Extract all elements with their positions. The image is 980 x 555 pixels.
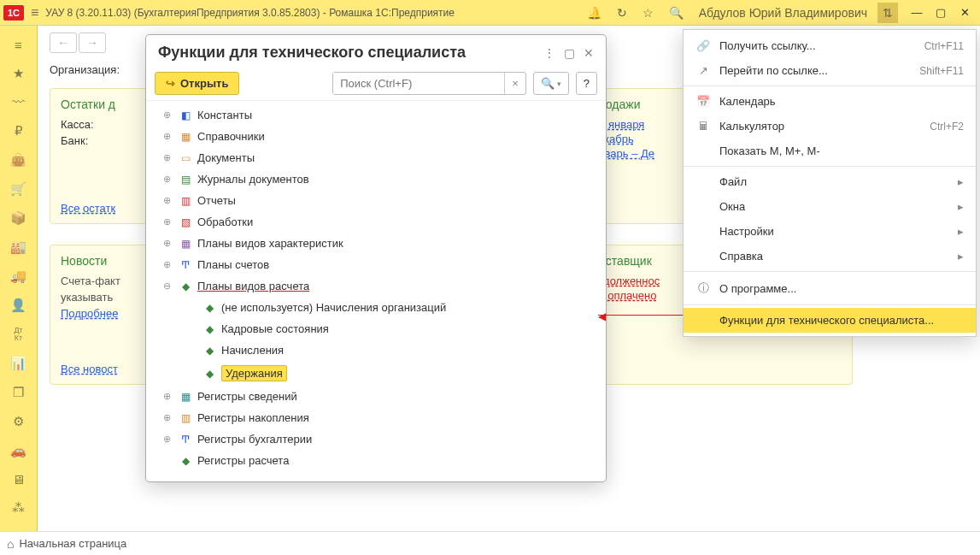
- home-icon[interactable]: ⌂: [7, 537, 14, 551]
- expand-icon[interactable]: ⊕: [163, 195, 173, 206]
- dialog-more-icon[interactable]: ⋮: [543, 46, 555, 60]
- tree-item[interactable]: ◆Регистры расчета: [161, 450, 590, 471]
- menu-item-label: Справка: [719, 250, 949, 263]
- menu-item[interactable]: ⓘО программе...: [684, 275, 976, 302]
- tree-item[interactable]: ◆Удержания: [161, 361, 590, 386]
- menu-item[interactable]: Справка▸: [684, 244, 976, 269]
- menu-item[interactable]: 🖩КалькуляторCtrl+F2: [684, 114, 976, 139]
- submenu-arrow-icon: ▸: [958, 175, 964, 188]
- sidebar-item-cart[interactable]: 🛒: [10, 181, 27, 197]
- menu-item[interactable]: ↗Перейти по ссылке...Shift+F11: [684, 58, 976, 83]
- sidebar-item-analytics[interactable]: 〰: [10, 95, 27, 109]
- tree-type-icon: ▦: [179, 238, 192, 250]
- close-button[interactable]: ✕: [953, 3, 977, 22]
- menu-item[interactable]: Файл▸: [684, 169, 976, 194]
- expand-icon[interactable]: ⊕: [163, 131, 173, 142]
- tree-item[interactable]: ⊕▧Обработки: [161, 211, 590, 233]
- dialog-close-icon[interactable]: ✕: [584, 46, 594, 60]
- tree-item[interactable]: ⊕▤Журналы документов: [161, 168, 590, 190]
- menu-item[interactable]: 🔗Получить ссылку...Ctrl+F11: [684, 33, 976, 58]
- nav-back-button[interactable]: ←: [50, 32, 77, 53]
- tree-item-label: Регистры расчета: [197, 454, 289, 467]
- news-more-link[interactable]: Подробнее: [61, 307, 118, 320]
- sidebar-item-money[interactable]: ₽: [10, 123, 27, 139]
- menu-item-label: Перейти по ссылке...: [719, 64, 911, 77]
- bell-icon[interactable]: 🔔: [582, 3, 607, 23]
- tree-item[interactable]: ⊕▦Регистры сведений: [161, 386, 590, 407]
- expand-icon[interactable]: ⊕: [163, 434, 173, 445]
- expand-icon[interactable]: ⊕: [163, 174, 173, 185]
- submenu-arrow-icon: ▸: [958, 225, 964, 238]
- star-icon[interactable]: ☆: [637, 3, 659, 23]
- tree-type-icon: ◧: [179, 109, 192, 121]
- tree-item[interactable]: ⊕ͲРегистры бухгалтерии: [161, 428, 590, 450]
- sidebar-item-reports[interactable]: 📊: [10, 356, 27, 371]
- open-button[interactable]: ↪ Открыть: [155, 72, 239, 95]
- sidebar-item-more[interactable]: ⁂: [10, 500, 27, 516]
- menu-separator: [684, 304, 976, 305]
- current-user[interactable]: Абдулов Юрий Владимирович: [694, 3, 872, 23]
- annotation-arrow: [598, 315, 684, 316]
- tree-item-label: Журналы документов: [197, 173, 309, 186]
- main-menu-button[interactable]: ≡: [31, 5, 38, 21]
- menu-item[interactable]: Функции для технического специалиста...: [684, 308, 976, 333]
- history-icon[interactable]: ↻: [612, 3, 632, 23]
- settings-button[interactable]: ⇅: [877, 3, 898, 23]
- menu-item[interactable]: Настройки▸: [684, 219, 976, 244]
- search-field: ×: [332, 72, 526, 95]
- minimize-button[interactable]: —: [905, 3, 929, 22]
- bottombar-label[interactable]: Начальная страница: [19, 537, 126, 550]
- expand-icon[interactable]: ⊕: [163, 259, 173, 270]
- tree-item[interactable]: ⊕▭Документы: [161, 147, 590, 168]
- sidebar-item-bag[interactable]: 👜: [10, 152, 27, 168]
- sidebar-item-menu[interactable]: ≡: [10, 38, 27, 52]
- help-button[interactable]: ?: [576, 72, 597, 95]
- sidebar-item-star[interactable]: ★: [10, 66, 27, 81]
- menu-item-label: Получить ссылку...: [719, 39, 916, 52]
- sidebar-item-truck[interactable]: 🚚: [10, 269, 27, 284]
- search-icon[interactable]: 🔍: [664, 3, 689, 23]
- tree[interactable]: ⊕◧Константы⊕▦Справочники⊕▭Документы⊕▤Жур…: [146, 100, 606, 481]
- expand-icon[interactable]: ⊕: [163, 412, 173, 423]
- tree-item[interactable]: ⊕▥Отчеты: [161, 190, 590, 211]
- sidebar-item-dtkt[interactable]: ДтКт: [10, 327, 27, 342]
- tree-item[interactable]: ◆Кадровые состояния: [161, 318, 590, 339]
- expand-icon[interactable]: ⊕: [163, 391, 173, 402]
- sidebar-item-gear[interactable]: ⚙: [10, 414, 27, 429]
- settings-context-menu: 🔗Получить ссылку...Ctrl+F11↗Перейти по с…: [683, 29, 977, 337]
- nav-forward-button[interactable]: →: [79, 32, 106, 53]
- sidebar-item-monitor[interactable]: 🖥: [10, 472, 27, 487]
- menu-item[interactable]: Показать M, M+, M-: [684, 139, 976, 163]
- search-clear-icon[interactable]: ×: [504, 73, 525, 94]
- tree-item[interactable]: ⊖◆Планы видов расчета: [161, 275, 590, 297]
- tree-item[interactable]: ⊕▦Справочники: [161, 126, 590, 147]
- sidebar-item-car[interactable]: 🚗: [10, 443, 27, 458]
- expand-icon[interactable]: ⊕: [163, 216, 173, 227]
- expand-icon[interactable]: ⊕: [163, 152, 173, 163]
- tree-item[interactable]: ◆(не используется) Начисления организаци…: [161, 297, 590, 318]
- menu-item-label: О программе...: [719, 282, 964, 295]
- expand-icon[interactable]: ⊕: [163, 109, 173, 121]
- dialog-maximize-icon[interactable]: ▢: [564, 46, 575, 60]
- tree-item[interactable]: ⊕▦Планы видов характеристик: [161, 233, 590, 254]
- sidebar-item-docs[interactable]: ❐: [10, 385, 27, 400]
- search-button[interactable]: 🔍 ▾: [533, 72, 569, 95]
- magnifier-icon: 🔍: [541, 77, 555, 90]
- tree-item[interactable]: ⊕◧Константы: [161, 104, 590, 126]
- menu-item[interactable]: 📅Календарь: [684, 89, 976, 114]
- sidebar-item-factory[interactable]: 🏭: [10, 239, 27, 255]
- tree-item[interactable]: ⊕▥Регистры накопления: [161, 407, 590, 428]
- sidebar-item-stock[interactable]: 📦: [10, 210, 27, 226]
- tree-item[interactable]: ◆Начисления: [161, 339, 590, 361]
- tree-type-icon: ◆: [179, 455, 192, 467]
- tree-item[interactable]: ⊕ͲПланы счетов: [161, 254, 590, 275]
- maximize-button[interactable]: ▢: [929, 3, 953, 22]
- news-all-link[interactable]: Все новост: [61, 363, 118, 375]
- menu-item[interactable]: Окна▸: [684, 194, 976, 219]
- link-all-balances[interactable]: Все остатк: [61, 202, 115, 215]
- expand-icon[interactable]: ⊕: [163, 238, 173, 249]
- search-input[interactable]: [333, 73, 504, 94]
- collapse-icon[interactable]: ⊖: [163, 280, 173, 292]
- tree-item-label: Регистры накопления: [197, 411, 309, 424]
- sidebar-item-person[interactable]: 👤: [10, 298, 27, 313]
